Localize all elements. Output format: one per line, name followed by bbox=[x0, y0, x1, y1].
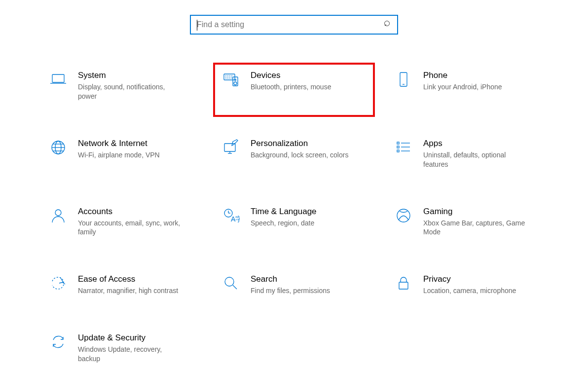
tile-devices[interactable]: Devices Bluetooth, printers, mouse bbox=[213, 63, 375, 117]
tile-ease-of-access[interactable]: Ease of Access Narrator, magnifier, high… bbox=[42, 270, 200, 299]
tile-title: Phone bbox=[423, 71, 502, 80]
svg-text:A字: A字 bbox=[231, 215, 240, 223]
svg-rect-31 bbox=[397, 150, 399, 152]
tile-apps[interactable]: Apps Uninstall, defaults, optional featu… bbox=[388, 135, 546, 173]
svg-point-16 bbox=[234, 82, 237, 85]
tile-personalization[interactable]: Personalization Background, lock screen,… bbox=[215, 135, 373, 173]
xbox-icon bbox=[392, 207, 415, 224]
tile-desc: Uninstall, defaults, optional features bbox=[423, 150, 527, 169]
tile-desc: Your accounts, email, sync, work, family bbox=[78, 219, 182, 237]
tile-phone[interactable]: Phone Link your Android, iPhone bbox=[388, 67, 546, 105]
search-wrapper bbox=[0, 15, 588, 35]
svg-rect-29 bbox=[397, 146, 399, 148]
keyboard-speaker-icon bbox=[219, 71, 243, 88]
tile-title: Accounts bbox=[78, 207, 182, 217]
tile-desc: Location, camera, microphone bbox=[423, 286, 516, 296]
ease-of-access-icon bbox=[46, 274, 70, 292]
tile-title: Personalization bbox=[251, 139, 348, 148]
search-input[interactable] bbox=[197, 16, 383, 34]
tile-desc: Find my files, permissions bbox=[251, 286, 330, 296]
tile-accounts[interactable]: Accounts Your accounts, email, sync, wor… bbox=[42, 203, 200, 241]
search-box[interactable] bbox=[190, 15, 398, 35]
svg-point-39 bbox=[225, 277, 234, 286]
tile-update-security[interactable]: Update & Security Windows Update, recove… bbox=[42, 329, 200, 368]
svg-rect-41 bbox=[399, 282, 408, 289]
tile-desc: Xbox Game Bar, captures, Game Mode bbox=[423, 219, 527, 237]
tile-title: Gaming bbox=[423, 207, 527, 217]
tile-desc: Display, sound, notifications, power bbox=[78, 82, 182, 101]
tile-title: Time & Language bbox=[251, 207, 317, 217]
sync-icon bbox=[46, 333, 70, 351]
paintbrush-monitor-icon bbox=[219, 139, 243, 156]
svg-rect-27 bbox=[397, 142, 399, 144]
tile-title: Search bbox=[251, 274, 330, 284]
tile-desc: Speech, region, date bbox=[251, 219, 317, 228]
tile-title: Network & Internet bbox=[78, 139, 160, 148]
tile-search[interactable]: Search Find my files, permissions bbox=[215, 270, 373, 299]
tile-title: System bbox=[78, 71, 182, 80]
tile-title: Devices bbox=[251, 71, 331, 80]
tile-network[interactable]: Network & Internet Wi-Fi, airplane mode,… bbox=[42, 135, 200, 173]
search-icon bbox=[383, 20, 391, 30]
tile-desc: Windows Update, recovery, backup bbox=[78, 345, 182, 364]
tile-title: Apps bbox=[423, 139, 527, 148]
phone-icon bbox=[392, 71, 415, 88]
tile-title: Ease of Access bbox=[78, 274, 178, 284]
laptop-icon bbox=[46, 71, 70, 88]
tile-title: Update & Security bbox=[78, 333, 182, 343]
tile-title: Privacy bbox=[423, 274, 516, 284]
person-icon bbox=[46, 207, 70, 224]
tile-system[interactable]: System Display, sound, notifications, po… bbox=[42, 67, 200, 105]
clock-character-icon: A字 bbox=[219, 207, 243, 224]
svg-rect-14 bbox=[233, 77, 238, 86]
list-icon bbox=[392, 139, 415, 156]
tile-desc: Bluetooth, printers, mouse bbox=[251, 82, 331, 92]
svg-rect-4 bbox=[52, 74, 64, 82]
svg-point-33 bbox=[55, 210, 61, 216]
tile-desc: Wi-Fi, airplane mode, VPN bbox=[78, 150, 160, 160]
svg-line-2 bbox=[385, 22, 389, 25]
svg-line-40 bbox=[233, 285, 237, 289]
tile-gaming[interactable]: Gaming Xbox Game Bar, captures, Game Mod… bbox=[388, 203, 546, 241]
tile-time-language[interactable]: A字 Time & Language Speech, region, date bbox=[215, 203, 373, 241]
text-cursor bbox=[197, 20, 197, 31]
tile-desc: Link your Android, iPhone bbox=[423, 82, 502, 92]
svg-point-15 bbox=[235, 79, 236, 81]
globe-icon bbox=[46, 139, 70, 156]
tile-desc: Narrator, magnifier, high contrast bbox=[78, 286, 178, 296]
tile-desc: Background, lock screen, colors bbox=[251, 150, 348, 160]
settings-grid: System Display, sound, notifications, po… bbox=[0, 67, 588, 368]
tile-privacy[interactable]: Privacy Location, camera, microphone bbox=[388, 270, 546, 299]
magnifier-icon bbox=[219, 274, 243, 292]
lock-icon bbox=[392, 274, 415, 292]
